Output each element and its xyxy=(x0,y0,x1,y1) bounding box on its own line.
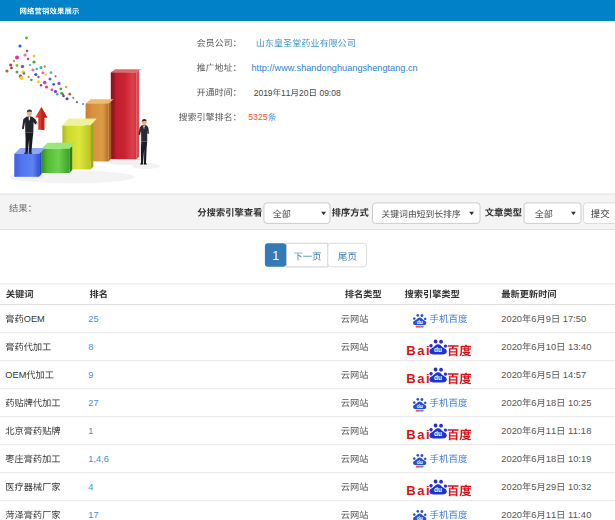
svg-text:du: du xyxy=(434,486,442,493)
svg-text:10:19: 10:19 xyxy=(568,454,591,464)
svg-text:6: 6 xyxy=(531,454,536,464)
svg-text:2020: 2020 xyxy=(501,398,522,408)
svg-text:6: 6 xyxy=(531,370,536,380)
svg-text:11: 11 xyxy=(281,88,291,98)
svg-text:11:18: 11:18 xyxy=(568,426,591,436)
svg-text:6: 6 xyxy=(531,398,536,408)
svg-text:10:32: 10:32 xyxy=(568,482,591,492)
svg-text:25: 25 xyxy=(88,314,98,324)
svg-text:Bai: Bai xyxy=(406,483,429,498)
svg-text:5: 5 xyxy=(546,370,551,380)
svg-text:5: 5 xyxy=(531,482,536,492)
svg-text:Bai: Bai xyxy=(406,371,429,386)
svg-text:du: du xyxy=(417,459,423,465)
svg-text:2020: 2020 xyxy=(501,426,522,436)
svg-text:6: 6 xyxy=(531,314,536,324)
svg-text:Bai: Bai xyxy=(406,427,429,442)
svg-text:29: 29 xyxy=(546,482,556,492)
svg-text:2020: 2020 xyxy=(501,482,522,492)
svg-text:6: 6 xyxy=(531,342,536,352)
svg-text:2020: 2020 xyxy=(501,314,522,324)
svg-text:11: 11 xyxy=(546,510,556,520)
svg-text:2020: 2020 xyxy=(501,342,522,352)
svg-text:OEM: OEM xyxy=(5,370,26,380)
svg-text:13:40: 13:40 xyxy=(568,342,591,352)
svg-text:2020: 2020 xyxy=(501,510,522,520)
svg-text:2019: 2019 xyxy=(254,88,273,98)
svg-text:Bai: Bai xyxy=(406,343,429,358)
svg-text:du: du xyxy=(417,403,423,409)
svg-text:17: 17 xyxy=(88,510,98,520)
svg-text:8: 8 xyxy=(88,342,93,352)
svg-text:14:57: 14:57 xyxy=(563,370,586,380)
svg-text:9: 9 xyxy=(546,314,551,324)
svg-text:du: du xyxy=(417,319,423,325)
svg-text:1: 1 xyxy=(88,426,93,436)
svg-text:11: 11 xyxy=(546,426,556,436)
svg-text:du: du xyxy=(434,374,442,381)
svg-text:18: 18 xyxy=(546,454,556,464)
svg-text:20: 20 xyxy=(299,88,309,98)
svg-text:17:50: 17:50 xyxy=(563,314,586,324)
svg-text:http://www.shandonghuangshengt: http://www.shandonghuangshengtang.cn xyxy=(252,63,418,73)
svg-text:OEM: OEM xyxy=(24,314,45,324)
svg-text:5325: 5325 xyxy=(248,112,268,122)
svg-text:10:25: 10:25 xyxy=(568,398,591,408)
svg-text:4: 4 xyxy=(88,482,93,492)
svg-text:6: 6 xyxy=(531,510,536,520)
svg-text:9: 9 xyxy=(88,370,93,380)
svg-text:2020: 2020 xyxy=(501,454,522,464)
svg-text:du: du xyxy=(417,515,423,520)
svg-text:du: du xyxy=(434,430,442,437)
svg-text:18: 18 xyxy=(546,398,556,408)
svg-text:1: 1 xyxy=(272,249,279,263)
svg-text:du: du xyxy=(434,346,442,353)
svg-text:09:08: 09:08 xyxy=(319,88,341,98)
svg-text:2020: 2020 xyxy=(501,370,522,380)
svg-text:1,4,6: 1,4,6 xyxy=(88,454,109,464)
svg-text:11:40: 11:40 xyxy=(568,510,591,520)
svg-text:10: 10 xyxy=(546,342,556,352)
svg-text:27: 27 xyxy=(88,398,98,408)
svg-text:6: 6 xyxy=(531,426,536,436)
